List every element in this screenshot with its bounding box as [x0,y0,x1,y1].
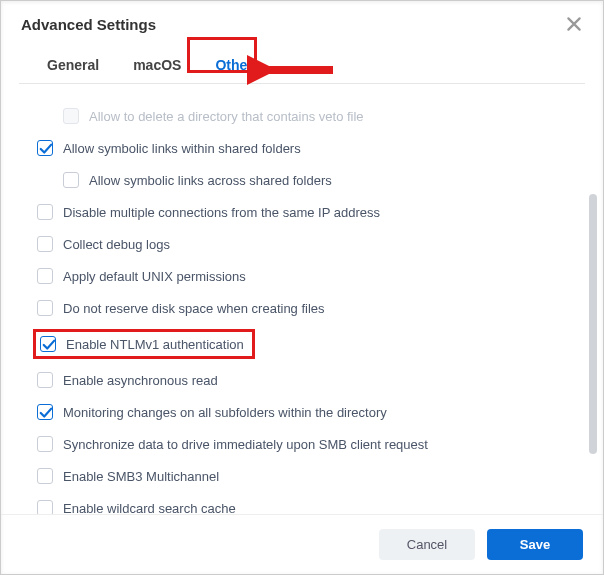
option-no-reserve: Do not reserve disk space when creating … [37,292,581,324]
option-symlinks-x: Allow symbolic links across shared folde… [63,164,581,196]
dialog-title: Advanced Settings [21,16,156,33]
option-inner: Allow to delete a directory that contain… [63,108,364,124]
checkbox-sync-smb[interactable] [37,436,53,452]
option-label: Apply default UNIX permissions [63,269,246,284]
option-multi-ip: Disable multiple connections from the sa… [37,196,581,228]
checkbox-smb3-multi[interactable] [37,468,53,484]
option-inner: Allow symbolic links within shared folde… [37,140,301,156]
tab-general[interactable]: General [45,53,101,83]
option-label: Collect debug logs [63,237,170,252]
checkbox-debug-logs[interactable] [37,236,53,252]
annotation-option-highlight: Enable NTLMv1 authentication [33,329,255,359]
advanced-settings-dialog: Advanced Settings General macOS Others [1,1,603,574]
cancel-button[interactable]: Cancel [379,529,475,560]
option-label: Disable multiple connections from the sa… [63,205,380,220]
option-sync-smb: Synchronize data to drive immediately up… [37,428,581,460]
option-label: Enable NTLMv1 authentication [66,337,244,352]
checkbox-ntlmv1[interactable] [40,336,56,352]
dialog-titlebar: Advanced Settings [1,1,603,43]
checkbox-veto [63,108,79,124]
option-inner: Enable asynchronous read [37,372,218,388]
checkbox-symlinks-x[interactable] [63,172,79,188]
close-icon[interactable] [565,15,583,33]
dialog-footer: Cancel Save [1,514,603,574]
option-inner: Enable SMB3 Multichannel [37,468,219,484]
option-inner: Collect debug logs [37,236,170,252]
option-async-read: Enable asynchronous read [37,364,581,396]
option-inner: Apply default UNIX permissions [37,268,246,284]
option-smb3-multi: Enable SMB3 Multichannel [37,460,581,492]
tab-macos[interactable]: macOS [131,53,183,83]
tab-bar: General macOS Others [19,43,585,84]
option-inner: Monitoring changes on all subfolders wit… [37,404,387,420]
option-inner: Enable wildcard search cache [37,500,236,514]
checkbox-monitor[interactable] [37,404,53,420]
option-label: Allow symbolic links within shared folde… [63,141,301,156]
option-inner: Disable multiple connections from the sa… [37,204,380,220]
option-wildcard: Enable wildcard search cache [37,492,581,514]
checkbox-no-reserve[interactable] [37,300,53,316]
checkbox-wildcard[interactable] [37,500,53,514]
tab-others[interactable]: Others [213,53,262,83]
option-label: Enable wildcard search cache [63,501,236,515]
option-inner: Synchronize data to drive immediately up… [37,436,428,452]
options-panel: Allow to delete a directory that contain… [1,84,603,514]
option-unix-perms: Apply default UNIX permissions [37,260,581,292]
checkbox-symlinks[interactable] [37,140,53,156]
option-monitor: Monitoring changes on all subfolders wit… [37,396,581,428]
option-debug-logs: Collect debug logs [37,228,581,260]
option-label: Enable SMB3 Multichannel [63,469,219,484]
option-label: Do not reserve disk space when creating … [63,301,325,316]
option-ntlmv1: Enable NTLMv1 authentication [37,324,581,364]
checkbox-multi-ip[interactable] [37,204,53,220]
checkbox-async-read[interactable] [37,372,53,388]
checkbox-unix-perms[interactable] [37,268,53,284]
option-symlinks: Allow symbolic links within shared folde… [37,132,581,164]
scrollbar-thumb[interactable] [589,194,597,454]
option-inner: Allow symbolic links across shared folde… [63,172,332,188]
option-inner: Do not reserve disk space when creating … [37,300,325,316]
option-label: Enable asynchronous read [63,373,218,388]
option-label: Monitoring changes on all subfolders wit… [63,405,387,420]
option-veto: Allow to delete a directory that contain… [63,100,581,132]
option-label: Allow symbolic links across shared folde… [89,173,332,188]
option-label: Allow to delete a directory that contain… [89,109,364,124]
option-label: Synchronize data to drive immediately up… [63,437,428,452]
save-button[interactable]: Save [487,529,583,560]
scrollbar-track[interactable] [589,164,597,444]
